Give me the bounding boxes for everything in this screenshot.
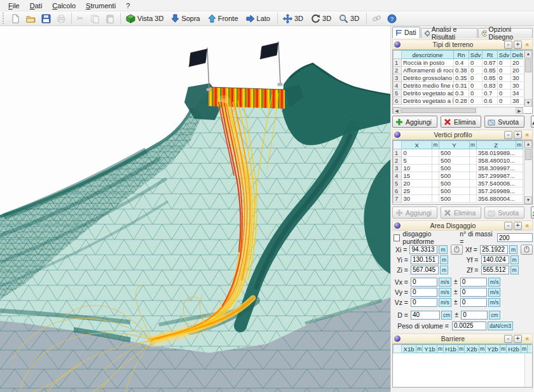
diameter-sigma-input[interactable]	[461, 311, 488, 320]
table-row[interactable]: 25500358.480010...	[394, 157, 523, 165]
vx-input[interactable]	[411, 278, 437, 287]
unit-weight-input[interactable]	[452, 321, 486, 330]
table-row[interactable]: 5Detrito vegetato ad a...0.300.70340	[394, 90, 524, 97]
pick-end-button[interactable]	[521, 245, 533, 255]
col-rt[interactable]: Rt	[483, 51, 498, 59]
terrain-shrink-button[interactable]: -	[504, 41, 512, 49]
zf-input[interactable]	[481, 266, 509, 274]
col-descrizione[interactable]: descrizione	[402, 51, 454, 59]
table-row[interactable]: 1Roccia in posto0.400.870200	[394, 59, 524, 67]
yf-input[interactable]	[481, 255, 509, 264]
col-y[interactable]: Y	[439, 141, 469, 149]
vertices-shrink-button[interactable]: -	[504, 131, 512, 139]
terrain-vertical-scrollbar[interactable]: ▲▼	[524, 50, 532, 107]
rotate-3d-button[interactable]: 3D	[308, 12, 336, 25]
table-row[interactable]: 730500356.880004...	[394, 195, 523, 203]
3d-viewport[interactable]	[0, 26, 390, 392]
vz-sigma-input[interactable]	[460, 298, 487, 307]
diameter-input[interactable]	[411, 311, 440, 320]
paste-button[interactable]	[103, 12, 118, 25]
vertices-delete-button[interactable]: Elimina	[441, 206, 481, 219]
table-row[interactable]: 310500358.309997...	[394, 165, 523, 172]
col-x1b[interactable]: X1b	[402, 345, 416, 353]
terrain-collapse-icon[interactable]: «	[524, 41, 531, 48]
sopra-button[interactable]: Sopra	[168, 12, 204, 25]
col-z[interactable]: Z	[476, 141, 516, 149]
terrain-clear-button[interactable]: Svuota	[484, 116, 524, 128]
release-shrink-button[interactable]: -	[504, 222, 512, 230]
zi-input[interactable]	[411, 266, 439, 274]
table-row[interactable]: 10500358.019989...	[394, 149, 523, 157]
table-row[interactable]: 4Detrito medio fine no...0.3100.830300	[394, 82, 524, 90]
copy-button[interactable]	[88, 12, 102, 25]
col-h2b[interactable]: H2b	[507, 345, 521, 353]
barriers-vertical-scrollbar[interactable]	[524, 353, 532, 387]
toolbar-grip[interactable]	[3, 13, 6, 24]
terrain-delete-button[interactable]: Elimina	[441, 116, 481, 128]
menu-help[interactable]: ?	[121, 1, 134, 10]
fronte-button[interactable]: Fronte	[205, 12, 243, 25]
vertices-table: X m Y m Z m 10500358.019989... 25500358.…	[392, 140, 533, 205]
terrain-add-button[interactable]: Aggiungi	[392, 116, 437, 128]
mountain-view-button[interactable]	[531, 116, 534, 128]
xf-input[interactable]	[480, 245, 508, 254]
new-file-button[interactable]	[8, 12, 23, 25]
table-row[interactable]: 520500357.540008...	[394, 180, 523, 187]
pan-3d-button[interactable]: 3D	[280, 12, 308, 25]
col-y2b[interactable]: Y2b	[486, 345, 500, 353]
tab-opzioni-disegno[interactable]: Opzioni Disegno	[478, 28, 533, 38]
col-rn[interactable]: Rn	[454, 51, 469, 59]
print-button[interactable]	[54, 12, 69, 25]
terrain-horizontal-scrollbar[interactable]: ◀▶	[393, 107, 523, 114]
col-x[interactable]: X	[402, 141, 432, 149]
vy-sigma-input[interactable]	[460, 288, 487, 297]
release-collapse-icon[interactable]: «	[524, 222, 531, 229]
table-row[interactable]: 2Affioramenti di rocci...0.3800.850200	[394, 67, 524, 74]
vertices-collapse-icon[interactable]: «	[524, 131, 531, 139]
barriers-table-body[interactable]	[392, 353, 533, 388]
barriers-grow-button[interactable]: +	[514, 335, 522, 343]
vy-input[interactable]	[411, 288, 437, 297]
release-grow-button[interactable]: +	[514, 222, 522, 230]
table-row[interactable]: 415500357.299987...	[394, 172, 523, 180]
vz-input[interactable]	[411, 298, 437, 307]
lato-button[interactable]: Lato	[243, 12, 275, 25]
vertices-add-button[interactable]: Aggiungi	[392, 206, 437, 219]
col-x2b[interactable]: X2b	[465, 345, 479, 353]
pick-start-button[interactable]	[451, 245, 463, 255]
menu-dati[interactable]: Dati	[25, 1, 47, 10]
open-button[interactable]	[24, 12, 38, 25]
col-descrizione[interactable]: descrizio	[528, 345, 532, 353]
tab-dati[interactable]: Dati	[392, 27, 420, 38]
xi-input[interactable]	[409, 245, 437, 254]
table-row[interactable]: 3Detrito grossolano n...0.3500.850300	[394, 74, 524, 82]
table-row[interactable]: 6Detrito vegetato a bo...0.2800.60380	[394, 97, 524, 105]
save-button[interactable]	[39, 12, 53, 25]
col-y1b[interactable]: Y1b	[423, 345, 437, 353]
pointwise-release-checkbox[interactable]	[394, 234, 400, 241]
import-vertices-button[interactable]	[531, 206, 534, 219]
vertices-grow-button[interactable]: +	[514, 131, 522, 139]
barriers-collapse-icon[interactable]: «	[524, 335, 531, 342]
cut-button[interactable]: ✂	[74, 12, 87, 25]
col-sdv1[interactable]: Sdv	[469, 51, 483, 59]
menu-strumenti[interactable]: Strumenti	[81, 1, 120, 10]
col-delta[interactable]: Delta	[511, 51, 524, 59]
menu-calcolo[interactable]: Calcolo	[48, 1, 80, 10]
blocks-count-input[interactable]	[497, 233, 533, 242]
vx-sigma-input[interactable]	[460, 278, 487, 287]
menu-file[interactable]: File	[4, 1, 24, 10]
table-row[interactable]: 625500357.269989...	[394, 187, 523, 195]
vista-3d-button[interactable]: Vista 3D	[123, 12, 168, 25]
col-sdv2[interactable]: Sdv	[498, 51, 511, 59]
link-button[interactable]	[369, 12, 384, 25]
terrain-grow-button[interactable]: +	[514, 41, 522, 49]
vertices-clear-button[interactable]: Svuota	[484, 206, 524, 219]
vertices-vertical-scrollbar[interactable]: ▲▼	[524, 140, 532, 204]
help-button[interactable]: ?	[385, 12, 399, 25]
tab-analisi-risultati[interactable]: Analisi e Risultati	[421, 28, 477, 38]
col-h1b[interactable]: H1b	[444, 345, 458, 353]
barriers-shrink-button[interactable]: -	[504, 335, 512, 343]
zoom-3d-button[interactable]: 3D	[336, 12, 364, 25]
yi-input[interactable]	[411, 255, 439, 264]
